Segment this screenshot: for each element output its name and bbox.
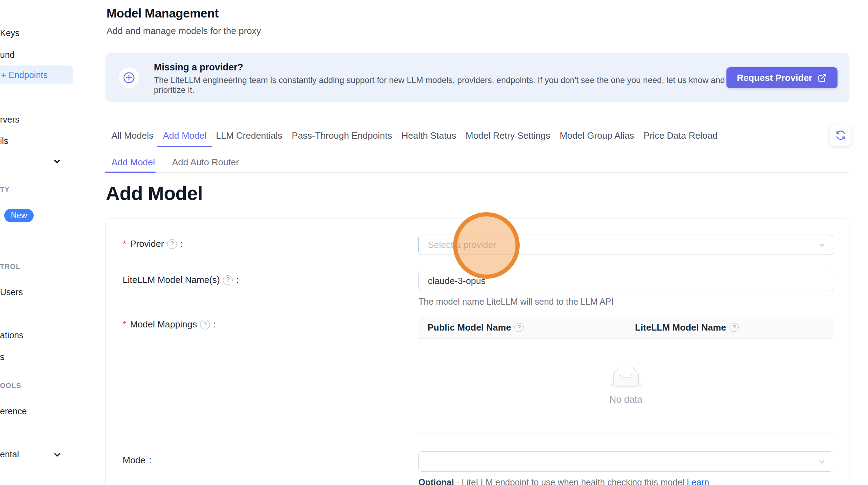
tab-model-retry-settings[interactable]: Model Retry Settings xyxy=(466,125,550,147)
banner-body: The LiteLLM engineering team is constant… xyxy=(154,75,746,95)
sidebar: Keys und + Endpoints rvers ils TY New TR… xyxy=(0,0,74,485)
model-name-value: claude-3-opus xyxy=(428,276,486,286)
missing-provider-banner: Missing a provider? The LiteLLM engineer… xyxy=(105,53,849,102)
model-tabs: All Models Add Model LLM Credentials Pas… xyxy=(105,125,849,147)
label-colon: : xyxy=(213,319,216,330)
column-label: LiteLLM Model Name xyxy=(635,322,726,333)
model-name-label: LiteLLM Model Name(s) ? : xyxy=(123,275,239,285)
model-name-helper: The model name LiteLLM will send to the … xyxy=(418,297,614,307)
add-model-heading: Add Model xyxy=(106,182,203,205)
active-subtab-underline xyxy=(105,172,156,173)
sidebar-section-access-control: TROL xyxy=(0,263,20,271)
provider-select[interactable]: Select a provider xyxy=(418,235,833,255)
sidebar-item-keys[interactable]: Keys xyxy=(0,28,20,38)
sidebar-section-observability: TY xyxy=(0,186,10,194)
subtab-add-auto-router[interactable]: Add Auto Router xyxy=(172,152,239,172)
refresh-icon xyxy=(835,130,846,140)
page-title: Model Management xyxy=(107,6,219,20)
mode-helper-text: - LiteLLM endpoint to use when health ch… xyxy=(456,477,684,485)
chevron-down-icon xyxy=(818,458,826,466)
refresh-button[interactable] xyxy=(829,124,852,146)
label-colon: : xyxy=(236,275,239,285)
column-label: Public Model Name xyxy=(428,322,511,333)
required-mark: * xyxy=(123,319,126,330)
sidebar-item-guardrails[interactable]: ils xyxy=(0,136,8,146)
help-icon[interactable]: ? xyxy=(223,275,233,285)
sidebar-item-servers[interactable]: rvers xyxy=(0,115,20,125)
no-data-text: No data xyxy=(609,394,643,405)
request-provider-label: Request Provider xyxy=(737,72,812,83)
model-name-input[interactable]: claude-3-opus xyxy=(418,271,833,291)
label-colon: : xyxy=(149,455,151,466)
add-model-form-card: * Provider ? : Select a provider LiteLLM… xyxy=(105,219,849,485)
external-link-icon xyxy=(818,73,827,83)
tab-llm-credentials[interactable]: LLM Credentials xyxy=(216,125,282,147)
request-provider-button[interactable]: Request Provider xyxy=(726,67,838,88)
learn-more-link[interactable]: Learn xyxy=(687,477,709,485)
tab-add-model[interactable]: Add Model xyxy=(163,125,206,147)
tab-model-group-alias[interactable]: Model Group Alias xyxy=(560,125,634,147)
mode-label: Mode : xyxy=(123,455,151,466)
mode-select[interactable] xyxy=(418,451,833,472)
tab-price-data-reload[interactable]: Price Data Reload xyxy=(644,125,718,147)
help-icon[interactable]: ? xyxy=(514,323,524,332)
model-mappings-label: * Model Mappings ? : xyxy=(123,319,216,330)
banner-title: Missing a provider? xyxy=(154,62,243,73)
sidebar-item-models-endpoints[interactable]: + Endpoints xyxy=(0,65,73,84)
mappings-table-header: Public Model Name ? LiteLLM Model Name ? xyxy=(418,317,833,339)
sidebar-item-organizations[interactable]: ations xyxy=(0,330,23,340)
help-icon[interactable]: ? xyxy=(730,323,739,332)
help-icon[interactable]: ? xyxy=(200,320,210,330)
mappings-empty-state: No data xyxy=(418,339,833,434)
sidebar-section-tools: OOLS xyxy=(0,382,21,390)
sidebar-item-teams[interactable]: s xyxy=(0,352,5,362)
label-colon: : xyxy=(180,238,183,249)
page-subtitle: Add and manage models for the proxy xyxy=(107,26,261,36)
provider-label: * Provider ? : xyxy=(123,238,183,249)
tab-pass-through-endpoints[interactable]: Pass-Through Endpoints xyxy=(292,125,392,147)
mode-helper-optional: Optional xyxy=(418,477,454,485)
model-mappings-table: Public Model Name ? LiteLLM Model Name ? xyxy=(418,317,833,434)
empty-inbox-icon xyxy=(608,367,643,389)
column-public-model-name: Public Model Name ? xyxy=(418,317,626,338)
sidebar-item-experimental[interactable]: ental xyxy=(0,449,19,459)
tab-health-status[interactable]: Health Status xyxy=(402,125,456,147)
provider-label-text: Provider xyxy=(130,238,164,249)
sidebar-item-label: + Endpoints xyxy=(1,70,48,80)
chevron-down-icon[interactable] xyxy=(53,157,62,166)
model-name-label-text: LiteLLM Model Name(s) xyxy=(123,275,220,285)
provider-placeholder: Select a provider xyxy=(428,240,496,250)
chevron-down-icon xyxy=(818,241,826,249)
column-litellm-model-name: LiteLLM Model Name ? xyxy=(626,317,833,338)
sidebar-item-playground[interactable]: und xyxy=(0,50,15,60)
add-model-subtabs: Add Model Add Auto Router xyxy=(105,152,849,173)
required-mark: * xyxy=(123,238,126,249)
new-badge[interactable]: New xyxy=(4,209,34,222)
model-mappings-label-text: Model Mappings xyxy=(130,319,197,330)
mode-helper: Optional - LiteLLM endpoint to use when … xyxy=(418,477,709,485)
subtab-add-model[interactable]: Add Model xyxy=(111,152,155,172)
model-management-page: Keys und + Endpoints rvers ils TY New TR… xyxy=(0,0,868,485)
sidebar-item-users[interactable]: Users xyxy=(0,287,23,297)
chevron-down-icon[interactable] xyxy=(53,450,62,459)
sidebar-item-api-reference[interactable]: erence xyxy=(0,406,27,416)
plus-circle-icon xyxy=(119,68,139,88)
mode-label-text: Mode xyxy=(123,455,145,466)
tab-all-models[interactable]: All Models xyxy=(111,125,153,147)
help-icon[interactable]: ? xyxy=(167,239,177,249)
